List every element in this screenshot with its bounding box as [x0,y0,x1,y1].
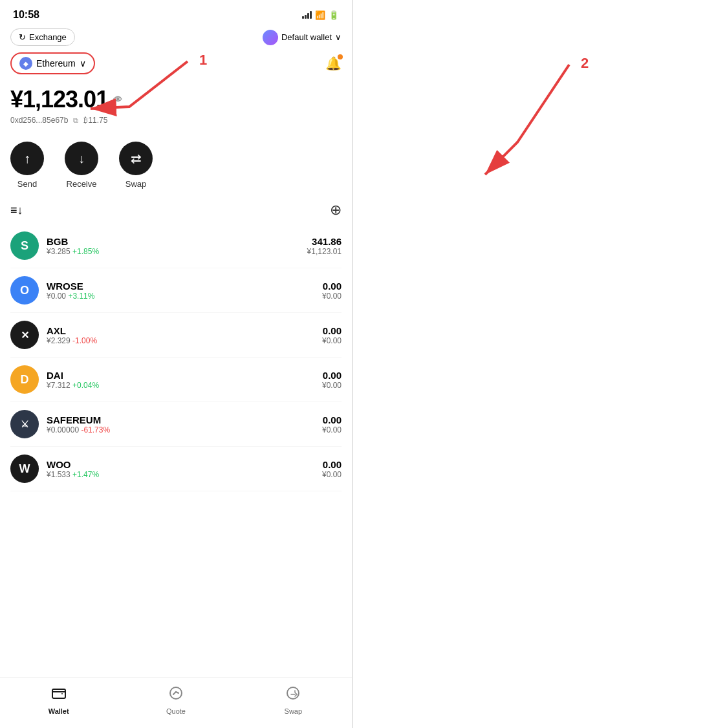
quote-nav-icon [168,685,184,705]
svg-rect-0 [52,689,65,698]
token-item-wrose[interactable]: O WROSE ¥0.00 +3.11% 0.00 ¥0.00 [10,268,342,313]
woo-price: ¥1.533 +1.47% [47,470,99,479]
safereum-amount: 0.00 [322,414,342,425]
network-button[interactable]: ◆ Ethereum ∨ [10,52,95,74]
axl-symbol: AXL [47,325,97,336]
dai-symbol: DAI [47,370,99,381]
woo-amount: 0.00 [322,459,342,470]
nav-quote-label: Quote [166,707,186,715]
woo-value: ¥0.00 [322,470,342,479]
sort-icon[interactable]: ≡↓ [10,204,23,217]
token-item-axl[interactable]: ✕ AXL ¥2.329 -1.00% 0.00 ¥0.00 [10,313,342,358]
notification-dot [338,54,343,59]
dai-price: ¥7.312 +0.04% [47,381,99,390]
bgb-symbol: BGB [47,236,99,247]
wrose-icon: O [10,276,39,305]
nav-swap[interactable]: Swap [235,685,352,715]
token-item-dai[interactable]: D DAI ¥7.312 +0.04% 0.00 ¥0.00 [10,358,342,402]
woo-symbol: WOO [47,459,99,470]
send-button[interactable]: ↑ Send [10,142,44,189]
wifi-icon: 📶 [315,10,325,20]
wallet-chevron-icon: ∨ [335,32,342,42]
bgb-amount: 341.86 [307,236,342,247]
btc-amount: ₿11.75 [83,116,107,125]
add-token-icon[interactable]: ⊕ [330,202,342,219]
nav-wallet[interactable]: Wallet [0,685,117,715]
axl-icon: ✕ [10,321,39,349]
svg-point-2 [287,687,299,699]
send-label: Send [17,179,37,189]
notification-bell[interactable]: 🔔 [325,56,342,71]
token-item-woo[interactable]: W WOO ¥1.533 +1.47% 0.00 ¥0.00 [10,447,342,491]
axl-value: ¥0.00 [322,336,342,345]
signal-icon [302,11,312,19]
exchange-button[interactable]: ↻ Exchange [10,28,75,46]
safereum-price: ¥0.00000 -61.73% [47,425,110,434]
axl-price: ¥2.329 -1.00% [47,336,97,345]
svg-text:2: 2 [581,55,589,71]
status-time-left: 10:58 [13,9,39,21]
wallet-address: 0xd256...85e67b [10,116,68,125]
eth-icon: ◆ [19,57,32,70]
nav-swap-label: Swap [285,707,303,715]
copy-icon[interactable]: ⧉ [73,116,78,125]
network-chevron-icon: ∨ [80,58,86,69]
woo-icon: W [10,455,39,483]
wrose-price: ¥0.00 +3.11% [47,292,94,301]
nav-quote[interactable]: Quote [117,685,234,715]
svg-point-1 [170,687,182,699]
nav-wallet-label: Wallet [49,707,69,715]
wrose-amount: 0.00 [322,281,342,292]
wallet-selector[interactable]: Default wallet ∨ [263,30,342,45]
safereum-symbol: SAFEREUM [47,414,110,425]
wrose-value: ¥0.00 [322,292,342,301]
swap-button[interactable]: ⇄ Swap [119,142,153,189]
safereum-value: ¥0.00 [322,425,342,434]
dai-amount: 0.00 [322,370,342,381]
swap-label: Swap [125,179,147,189]
exchange-refresh-icon: ↻ [19,32,26,42]
receive-button[interactable]: ↓ Receive [65,142,98,189]
token-item-safereum[interactable]: ⚔ SAFEREUM ¥0.00000 -61.73% 0.00 ¥0.00 [10,402,342,447]
dai-icon: D [10,365,39,394]
wallet-nav-icon [51,685,67,705]
safereum-icon: ⚔ [10,410,39,438]
token-list: S BGB ¥3.285 +1.85% 341.86 ¥1,123.01 O W… [0,224,352,677]
swap-icon: ⇄ [119,142,153,175]
token-item-bgb[interactable]: S BGB ¥3.285 +1.85% 341.86 ¥1,123.01 [10,224,342,268]
wrose-symbol: WROSE [47,281,94,292]
axl-amount: 0.00 [322,325,342,336]
eye-icon[interactable]: 👁 [113,94,122,105]
battery-icon: 🔋 [329,10,339,20]
bgb-price: ¥3.285 +1.85% [47,247,99,256]
exchange-label: Exchange [29,32,67,42]
send-icon: ↑ [10,142,44,175]
wallet-name: Default wallet [281,32,332,42]
bottom-nav: Wallet Quote Swap [0,677,352,728]
wallet-avatar [263,30,278,45]
swap-nav-icon [285,685,301,705]
balance-amount: ¥1,123.01 [10,86,108,113]
receive-icon: ↓ [65,142,98,175]
dai-value: ¥0.00 [322,381,342,390]
bgb-value: ¥1,123.01 [307,247,342,256]
receive-label: Receive [67,179,97,189]
bgb-icon: S [10,231,39,260]
network-name: Ethereum [36,58,76,69]
